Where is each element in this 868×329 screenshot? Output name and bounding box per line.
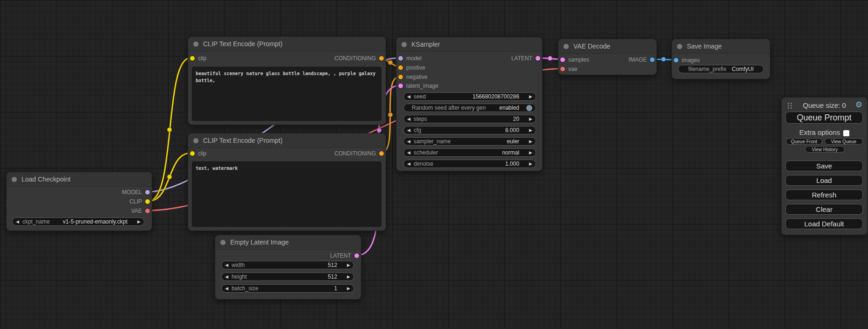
node-title-bar[interactable]: CLIP Text Encode (Prompt) — [188, 37, 386, 51]
steps-widget[interactable]: ◀ steps 20 ▶ — [403, 115, 536, 123]
decrement-arrow-icon[interactable]: ◀ — [407, 160, 410, 168]
node-empty-latent-image[interactable]: Empty Latent Image LATENT ◀ width 512 ▶ … — [215, 235, 361, 300]
collapse-dot-icon[interactable] — [193, 42, 198, 47]
vae-output-port[interactable] — [145, 209, 150, 213]
decrement-arrow-icon[interactable]: ◀ — [407, 115, 410, 123]
seed-widget[interactable]: ◀ seed 156680208700286 ▶ — [403, 92, 536, 101]
image-output: IMAGE — [628, 55, 655, 64]
queue-prompt-button[interactable]: Queue Prompt — [785, 112, 863, 124]
node-save-image[interactable]: Save Image images filename_prefix ComfyU… — [671, 39, 770, 79]
queue-panel: Queue size: 0 ⚙ Queue Prompt Extra optio… — [781, 97, 868, 235]
cfg-widget[interactable]: ◀ cfg 8.000 ▶ — [403, 126, 536, 134]
extra-options-checkbox[interactable] — [843, 130, 849, 136]
collapse-dot-icon[interactable] — [220, 240, 226, 245]
node-vae-decode[interactable]: VAE Decode samples vae IMAGE — [558, 39, 657, 75]
clip-output-port[interactable] — [145, 199, 150, 204]
decrement-arrow-icon[interactable]: ◀ — [407, 126, 410, 134]
increment-arrow-icon[interactable]: ▶ — [529, 137, 532, 146]
view-history-button[interactable]: View History — [805, 146, 845, 153]
clear-button[interactable]: Clear — [785, 204, 863, 215]
decrement-arrow-icon[interactable]: ◀ — [16, 217, 19, 226]
load-default-button[interactable]: Load Default — [785, 218, 863, 229]
increment-arrow-icon[interactable]: ▶ — [529, 115, 532, 123]
refresh-button[interactable]: Refresh — [785, 189, 863, 200]
increment-arrow-icon[interactable]: ▶ — [137, 217, 141, 226]
node-title-bar[interactable]: KSampler — [396, 37, 542, 52]
increment-arrow-icon[interactable]: ▶ — [529, 126, 532, 134]
increment-arrow-icon[interactable]: ▶ — [529, 160, 532, 168]
vae-input-port[interactable] — [560, 67, 565, 71]
collapse-dot-icon[interactable] — [12, 177, 17, 182]
filename-prefix-widget[interactable]: filename_prefix ComfyUI — [678, 65, 764, 73]
clip-input-port[interactable] — [190, 151, 195, 156]
node-title-bar[interactable]: Load Checkpoint — [7, 172, 152, 187]
node-title-bar[interactable]: CLIP Text Encode (Prompt) — [188, 133, 386, 148]
clip-input-port[interactable] — [190, 56, 195, 61]
samples-input-port[interactable] — [560, 57, 565, 62]
node-title: CLIP Text Encode (Prompt) — [203, 40, 282, 48]
decrement-arrow-icon[interactable]: ◀ — [225, 261, 228, 269]
node-title-bar[interactable]: Empty Latent Image — [215, 235, 361, 250]
vae-output: VAE — [131, 206, 150, 216]
save-button[interactable]: Save — [785, 161, 863, 171]
increment-arrow-icon[interactable]: ▶ — [529, 92, 532, 101]
increment-arrow-icon[interactable]: ▶ — [347, 284, 350, 293]
decrement-arrow-icon[interactable]: ◀ — [407, 148, 410, 157]
collapse-dot-icon[interactable] — [402, 42, 407, 47]
images-input: images — [674, 56, 700, 65]
prompt-textarea[interactable]: beautiful scenery nature glass bottle la… — [192, 67, 381, 121]
node-load-checkpoint[interactable]: Load Checkpoint MODEL CLIP VAE ◀ ckpt_na… — [6, 172, 152, 231]
positive-input: positive — [398, 63, 425, 72]
image-output-port[interactable] — [650, 57, 655, 62]
node-title-bar[interactable]: Save Image — [672, 39, 770, 54]
node-title-bar[interactable]: VAE Decode — [558, 39, 656, 54]
width-widget[interactable]: ◀ width 512 ▶ — [221, 261, 354, 269]
settings-gear-icon[interactable]: ⚙ — [855, 100, 862, 110]
model-input-port[interactable] — [398, 56, 403, 61]
load-button[interactable]: Load — [785, 175, 863, 186]
decrement-arrow-icon[interactable]: ◀ — [225, 284, 228, 293]
latent-output-port[interactable] — [536, 56, 540, 61]
decrement-arrow-icon[interactable]: ◀ — [225, 273, 228, 281]
node-title: Load Checkpoint — [21, 175, 71, 183]
sampler-name-widget[interactable]: ◀ sampler_name euler ▶ — [403, 137, 536, 146]
latent-image-input: latent_image — [398, 81, 438, 91]
queue-size-label: Queue size: 0 — [803, 101, 846, 109]
prompt-textarea[interactable]: text, watermark — [192, 161, 381, 227]
conditioning-output: CONDITIONING — [334, 54, 384, 63]
negative-input-port[interactable] — [398, 75, 403, 79]
collapse-dot-icon[interactable] — [677, 44, 682, 49]
images-input-port[interactable] — [674, 58, 678, 63]
scheduler-widget[interactable]: ◀ scheduler normal ▶ — [403, 148, 536, 157]
random-seed-widget[interactable]: Random seed after every gen enabled — [403, 104, 536, 112]
decrement-arrow-icon[interactable]: ◀ — [407, 92, 410, 101]
conditioning-output-port[interactable] — [379, 151, 384, 156]
increment-arrow-icon[interactable]: ▶ — [347, 261, 350, 269]
denoise-widget[interactable]: ◀ denoise 1.000 ▶ — [403, 160, 536, 168]
decrement-arrow-icon[interactable]: ◀ — [407, 137, 410, 146]
latent-output-port[interactable] — [354, 253, 359, 258]
node-clip-text-encode-positive[interactable]: CLIP Text Encode (Prompt) clip CONDITION… — [188, 36, 386, 125]
view-queue-button[interactable]: View Queue — [825, 138, 863, 145]
node-title: Save Image — [687, 42, 722, 50]
node-clip-text-encode-negative[interactable]: CLIP Text Encode (Prompt) clip CONDITION… — [188, 133, 386, 231]
collapse-dot-icon[interactable] — [564, 44, 569, 49]
increment-arrow-icon[interactable]: ▶ — [529, 148, 532, 157]
ckpt-name-widget[interactable]: ◀ ckpt_name v1-5-pruned-emaonly.ckpt ▶ — [12, 217, 144, 226]
queue-front-button[interactable]: Queue Front — [786, 138, 822, 145]
node-title: Empty Latent Image — [230, 238, 289, 246]
positive-input-port[interactable] — [398, 65, 403, 70]
node-ksampler[interactable]: KSampler model positive negative latent_… — [396, 37, 543, 171]
drag-handle-icon[interactable] — [787, 102, 792, 111]
collapse-dot-icon[interactable] — [193, 138, 198, 143]
conditioning-output-port[interactable] — [379, 56, 384, 61]
increment-arrow-icon[interactable]: ▶ — [347, 273, 350, 281]
model-output: MODEL — [122, 188, 150, 197]
height-widget[interactable]: ◀ height 512 ▶ — [221, 273, 354, 281]
node-title: KSampler — [411, 41, 440, 48]
toggle-enabled-icon[interactable] — [526, 105, 532, 111]
latent-image-input-port[interactable] — [398, 84, 403, 88]
batch-size-widget[interactable]: ◀ batch_size 1 ▶ — [221, 284, 354, 293]
node-graph-canvas[interactable]: Load Checkpoint MODEL CLIP VAE ◀ ckpt_na… — [0, 0, 868, 329]
model-output-port[interactable] — [145, 190, 150, 195]
